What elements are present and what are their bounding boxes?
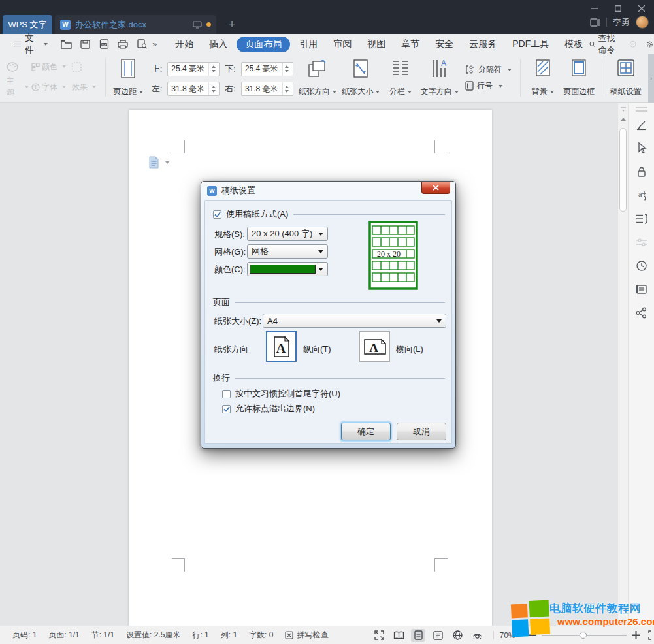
ok-button[interactable]: 确定 (341, 423, 391, 440)
paper-size-button[interactable]: 纸张大小 (339, 57, 382, 98)
lock-icon[interactable] (630, 160, 653, 184)
line-numbers-button[interactable]: 行号 (465, 80, 512, 91)
status-setting-value[interactable]: 设置值: 2.5厘米 (120, 630, 186, 641)
select-cursor-icon[interactable] (630, 137, 653, 160)
status-line[interactable]: 行: 1 (186, 630, 214, 641)
translate-icon[interactable]: a (630, 184, 653, 207)
history-clock-icon[interactable] (630, 254, 653, 278)
print-preview-icon[interactable] (135, 38, 148, 51)
status-section[interactable]: 节: 1/1 (86, 630, 120, 641)
status-spell-check[interactable]: 拼写检查 (279, 630, 334, 641)
tab-references[interactable]: 引用 (293, 37, 324, 52)
margin-bottom-label: 下: (225, 63, 236, 75)
save-icon[interactable] (78, 38, 91, 51)
chat-icon[interactable] (629, 39, 636, 50)
document-tab[interactable]: W 办公软件之家.docx (55, 15, 216, 34)
scrollbar-thumb[interactable] (619, 128, 627, 212)
gear-icon[interactable] (646, 39, 653, 50)
page-quick-settings-button[interactable] (148, 156, 169, 169)
file-menu[interactable]: 文件 (14, 33, 48, 56)
use-manuscript-checkbox[interactable] (213, 210, 221, 219)
wrap-first-last-checkbox[interactable] (222, 390, 231, 398)
margin-right-input[interactable] (242, 84, 282, 93)
new-tab-button[interactable]: + (225, 17, 239, 31)
tab-cloud[interactable]: 云服务 (463, 37, 503, 52)
user-name[interactable]: 李勇 (613, 16, 630, 28)
status-column[interactable]: 列: 1 (215, 630, 243, 641)
theme-group-disabled: 颜色 主题 T字体 效果 (4, 57, 101, 98)
notes-card-icon[interactable] (630, 278, 653, 301)
tab-security[interactable]: 安全 (429, 37, 460, 52)
ruler-toggle-icon[interactable] (620, 106, 627, 113)
adjust-sliders-icon[interactable] (630, 231, 653, 254)
spec-dropdown[interactable]: 20 x 20 (400 字) (247, 227, 328, 241)
status-pages[interactable]: 页面: 1/1 (42, 630, 85, 641)
wrap-punctuation-checkbox[interactable] (222, 405, 231, 413)
tab-view[interactable]: 视图 (361, 37, 392, 52)
margin-bottom-input[interactable] (242, 65, 282, 74)
share-icon[interactable] (630, 301, 653, 325)
breaks-button[interactable]: 分隔符 (465, 64, 512, 75)
tab-review[interactable]: 审阅 (327, 37, 358, 52)
tab-section[interactable]: 章节 (395, 37, 426, 52)
tab-page-layout[interactable]: 页面布局 (237, 37, 290, 52)
status-word-count[interactable]: 字数: 0 (243, 630, 279, 641)
margin-mark-top-left (172, 140, 185, 153)
reading-layout-icon[interactable] (590, 18, 600, 27)
dialog-close-button[interactable] (421, 182, 450, 194)
text-direction-button[interactable]: A 文字方向 (418, 57, 461, 98)
portrait-option[interactable]: A (266, 331, 297, 362)
margin-bottom-spinner[interactable] (282, 63, 291, 76)
paper-size-dropdown[interactable]: A4 (263, 314, 446, 328)
read-mode-icon[interactable] (391, 629, 406, 642)
eye-protect-icon[interactable] (470, 629, 484, 642)
chevron-down-icon (165, 161, 169, 164)
landscape-option[interactable]: A (359, 331, 390, 362)
tab-insert[interactable]: 插入 (203, 37, 234, 52)
avatar[interactable] (636, 16, 649, 29)
manuscript-grid-button[interactable]: 稿纸设置 (607, 57, 644, 98)
outline-pane-icon[interactable] (630, 207, 653, 231)
tab-template[interactable]: 模板 (558, 37, 589, 52)
ribbon-overflow-arrow[interactable]: › (648, 54, 654, 103)
tab-home[interactable]: 开始 (169, 37, 200, 52)
outline-view-icon[interactable] (431, 629, 445, 642)
svg-text:a: a (638, 191, 642, 198)
wps-home-button[interactable]: WPS 文字 (3, 15, 52, 34)
maximize-button[interactable] (610, 3, 627, 14)
page-border-button[interactable]: 页面边框 (561, 57, 598, 98)
print-icon[interactable] (116, 38, 129, 51)
user-divider (606, 18, 607, 27)
print-layout-view-icon[interactable] (411, 629, 425, 642)
portrait-label: 纵向(T) (303, 344, 331, 355)
background-button[interactable]: 背景 (525, 57, 561, 98)
annotate-pen-icon[interactable] (630, 113, 653, 137)
quick-access-more[interactable]: » (152, 39, 157, 49)
tab-pdf-tools[interactable]: PDF工具 (506, 37, 555, 52)
find-command[interactable]: 查找命令 (589, 33, 620, 56)
margin-left-spinner[interactable] (208, 82, 218, 95)
paper-orientation-button[interactable]: 纸张方向 (296, 57, 339, 98)
grid-dropdown[interactable]: 网格 (247, 244, 328, 259)
margin-top-spinner[interactable] (208, 63, 218, 76)
fullscreen-view-icon[interactable] (372, 629, 386, 642)
scroll-up-arrow[interactable] (621, 118, 626, 121)
spell-check-label: 拼写检查 (297, 630, 328, 641)
color-dropdown[interactable] (247, 262, 328, 276)
minimize-button[interactable] (586, 3, 603, 14)
page-margins-button[interactable]: 页边距 (110, 57, 146, 98)
page-border-icon (570, 59, 587, 77)
web-layout-view-icon[interactable] (450, 629, 465, 642)
sidebar-drag-handle[interactable] (636, 107, 647, 112)
export-pdf-icon[interactable]: PDF (97, 38, 110, 51)
margin-right-spinner[interactable] (282, 82, 291, 95)
open-folder-icon[interactable] (59, 38, 73, 51)
margin-top-input[interactable] (168, 65, 208, 74)
dialog-titlebar[interactable]: W 稿纸设置 (201, 182, 455, 200)
columns-button[interactable]: 分栏 (383, 57, 418, 98)
close-button[interactable] (633, 3, 650, 14)
status-page-number[interactable]: 页码: 1 (7, 630, 42, 641)
cancel-button[interactable]: 取消 (397, 423, 446, 440)
vertical-scrollbar[interactable] (617, 103, 628, 626)
margin-left-input[interactable] (168, 84, 208, 93)
